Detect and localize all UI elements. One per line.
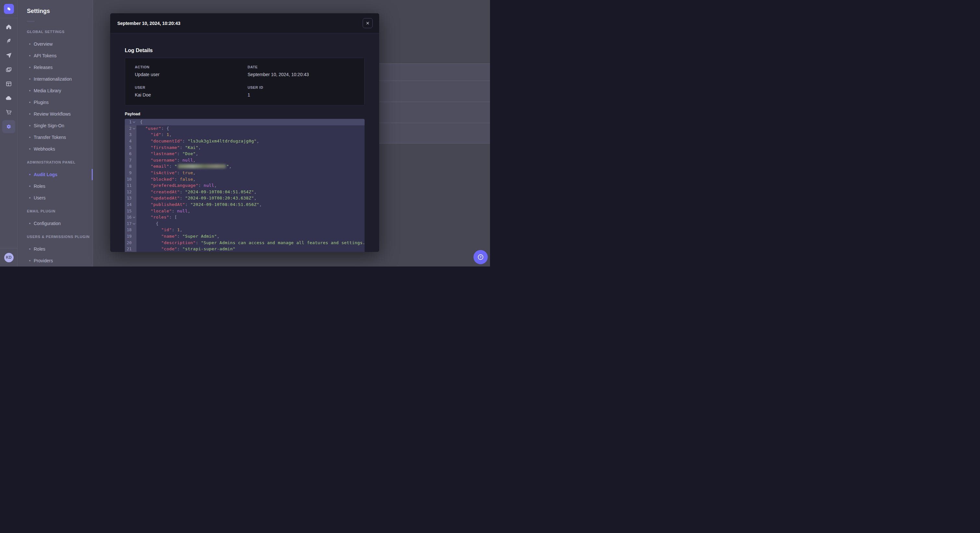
line-number: 13 <box>125 195 132 200</box>
line-number: 17 <box>125 221 132 226</box>
line-number: 14 <box>125 202 132 207</box>
log-details-modal: September 10, 2024, 10:20:43 Log Details… <box>110 13 379 252</box>
line-number: 15 <box>125 209 132 213</box>
log-details-heading: Log Details <box>125 48 364 54</box>
field-label: DATE <box>248 65 355 69</box>
field-value: September 10, 2024, 10:20:43 <box>248 72 355 77</box>
field-label: ACTION <box>135 65 248 69</box>
payload-label: Payload <box>125 112 364 116</box>
line-number: 6 <box>125 151 132 156</box>
modal-body: Log Details ACTIONUpdate userDATESeptemb… <box>110 33 379 252</box>
line-number: 18 <box>125 227 132 232</box>
line-number: 7 <box>125 158 132 163</box>
code-line: 10 "blocked": false, <box>125 176 364 182</box>
code-line: 14 "publishedAt": "2024-09-10T08:04:51.0… <box>125 201 364 208</box>
line-number: 1 <box>125 119 132 124</box>
close-button[interactable] <box>363 18 373 28</box>
line-number: 11 <box>125 183 132 188</box>
code-line: 8 "email": "", <box>125 163 364 170</box>
code-line: 7 "username": null, <box>125 157 364 163</box>
close-icon <box>366 21 370 25</box>
line-number: 12 <box>125 189 132 194</box>
code-line: 6 "lastname": "Doe", <box>125 151 364 157</box>
code-line: 2 "user": { <box>125 125 364 132</box>
modal-title: September 10, 2024, 10:20:43 <box>117 21 180 26</box>
line-number: 19 <box>125 234 132 239</box>
line-number: 3 <box>125 132 132 137</box>
line-number: 2 <box>125 126 132 131</box>
fold-toggle-chevron-icon[interactable] <box>132 121 135 124</box>
detail-field: USERKai Doe <box>135 86 248 97</box>
code-line: 9 "isActive": true, <box>125 170 364 176</box>
line-number: 16 <box>125 215 132 219</box>
detail-field: DATESeptember 10, 2024, 10:20:43 <box>248 65 355 77</box>
field-label: USER <box>135 86 248 89</box>
line-number: 9 <box>125 170 132 175</box>
payload-code-viewer[interactable]: 1{2 "user": {3 "id": 1,4 "documentId": "… <box>125 119 364 252</box>
fold-toggle-chevron-icon[interactable] <box>132 216 135 219</box>
redacted-email-value <box>178 164 226 168</box>
code-line: 4 "documentId": "ls3uk3g1xm4ltdrdugzajg0… <box>125 138 364 144</box>
line-number: 20 <box>125 240 132 245</box>
code-line: 11 "preferedLanguage": null, <box>125 182 364 189</box>
code-line: 21 "code": "strapi-super-admin" <box>125 246 364 252</box>
detail-field: USER ID1 <box>248 86 355 97</box>
code-line: 18 "id": 1, <box>125 227 364 233</box>
code-line: 3 "id": 1, <box>125 132 364 138</box>
code-line: 16 "roles": [ <box>125 214 364 220</box>
code-line: 20 "description": "Super Admins can acce… <box>125 239 364 246</box>
line-number: 4 <box>125 139 132 143</box>
log-details-fields: ACTIONUpdate userDATESeptember 10, 2024,… <box>125 58 364 106</box>
line-number: 10 <box>125 177 132 182</box>
code-line: 12 "createdAt": "2024-09-10T08:04:51.054… <box>125 189 364 195</box>
line-number: 5 <box>125 145 132 150</box>
detail-field: ACTIONUpdate user <box>135 65 248 77</box>
code-line: 17 { <box>125 220 364 227</box>
field-label: USER ID <box>248 86 355 89</box>
code-line: 15 "locale": null, <box>125 208 364 214</box>
field-value: 1 <box>248 92 355 97</box>
line-number: 21 <box>125 246 132 251</box>
code-line: 13 "updatedAt": "2024-09-10T08:20:43.638… <box>125 195 364 201</box>
line-number: 8 <box>125 164 132 169</box>
code-line: 19 "name": "Super Admin", <box>125 233 364 240</box>
field-value: Kai Doe <box>135 92 248 97</box>
fold-toggle-chevron-icon[interactable] <box>132 223 135 225</box>
modal-header: September 10, 2024, 10:20:43 <box>110 13 379 33</box>
field-value: Update user <box>135 72 248 77</box>
fold-toggle-chevron-icon[interactable] <box>132 128 135 130</box>
code-line: 5 "firstname": "Kai", <box>125 144 364 151</box>
code-line: 1{ <box>125 119 364 125</box>
